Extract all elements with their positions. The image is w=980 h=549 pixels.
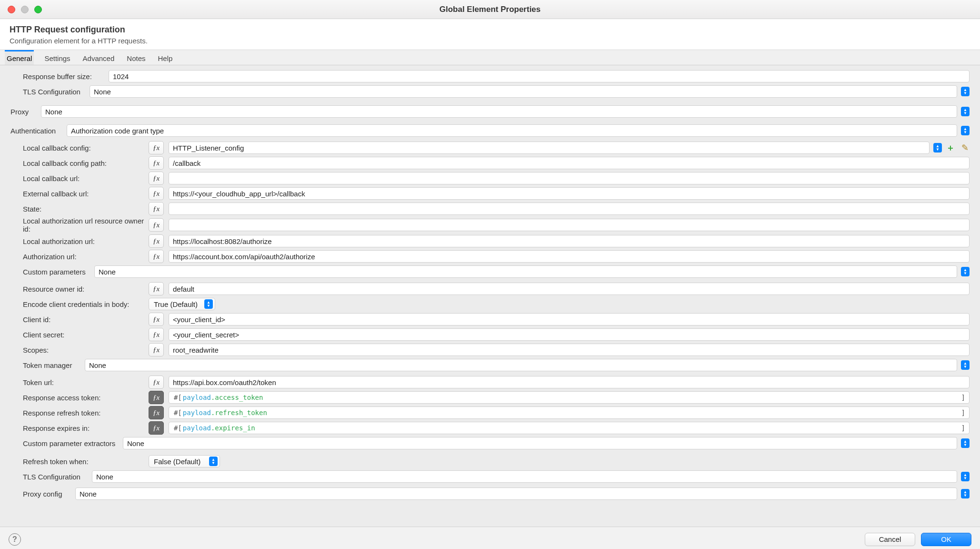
fx-button-active[interactable]: ƒx [149, 406, 164, 419]
input-local-authorization-url[interactable]: https://localhost:8082/authorize [169, 235, 970, 247]
label-tls-configuration: TLS Configuration [23, 88, 90, 96]
minimize-window-button[interactable] [21, 6, 29, 13]
input-proxy[interactable]: None [41, 105, 957, 118]
input-tls-configuration[interactable]: None [90, 85, 957, 98]
select-refresh-token-when[interactable]: False (Default) [149, 455, 220, 468]
fx-button[interactable]: ƒx [149, 328, 164, 341]
dropdown-toggle-tls-2[interactable] [961, 472, 970, 481]
row-client-secret: Client secret: ƒx <your_client_secret> [10, 327, 970, 342]
close-window-button[interactable] [8, 6, 15, 13]
window-controls [8, 6, 42, 13]
input-response-buffer-size[interactable]: 1024 [109, 70, 970, 82]
dropdown-toggle-tls[interactable] [961, 87, 970, 96]
label-client-id: Client id: [23, 315, 149, 324]
fx-button[interactable]: ƒx [149, 218, 164, 232]
label-refresh-token-when: Refresh token when: [23, 458, 149, 466]
ok-button[interactable]: OK [921, 533, 971, 546]
label-token-manager: Token manager [23, 361, 85, 369]
dropdown-toggle-token-manager[interactable] [961, 360, 970, 370]
label-external-callback-url: External callback url: [23, 190, 149, 198]
input-authorization-url[interactable]: https://account.box.com/api/oauth2/autho… [169, 250, 970, 263]
label-response-refresh-token: Response refresh token: [23, 409, 149, 417]
fx-button[interactable]: ƒx [149, 250, 164, 263]
input-client-id[interactable]: <your_client_id> [169, 313, 970, 325]
row-tls-configuration-2: TLS Configuration None [10, 469, 970, 484]
label-tls-configuration-2: TLS Configuration [23, 473, 92, 481]
label-response-access-token: Response access token: [23, 394, 149, 402]
fx-button-active[interactable]: ƒx [149, 391, 164, 404]
label-encode-client-credentials: Encode client credentials in body: [23, 300, 149, 308]
input-response-expires-in[interactable]: #[ payload.expires_in ] [169, 422, 970, 434]
input-scopes[interactable]: root_readwrite [169, 344, 970, 356]
row-proxy-config: Proxy config None [10, 487, 970, 501]
tab-notes[interactable]: Notes [125, 50, 147, 65]
dropdown-toggle-proxy-config[interactable] [961, 489, 970, 498]
label-local-auth-url-resource-owner-id: Local authorization url resource owner i… [23, 217, 149, 233]
input-client-secret[interactable]: <your_client_secret> [169, 328, 970, 341]
label-token-url: Token url: [23, 378, 149, 386]
input-resource-owner-id[interactable]: default [169, 283, 970, 295]
input-tls-configuration-2[interactable]: None [92, 470, 957, 483]
edit-icon[interactable]: ✎ [960, 143, 970, 152]
label-local-authorization-url: Local authorization url: [23, 237, 149, 245]
form-content: Response buffer size: 1024 TLS Configura… [0, 65, 980, 527]
row-local-auth-url-resource-owner-id: Local authorization url resource owner i… [10, 217, 970, 233]
label-local-callback-config: Local callback config: [23, 144, 149, 152]
tab-settings[interactable]: Settings [42, 50, 72, 65]
input-token-manager[interactable]: None [85, 359, 957, 371]
fx-button[interactable]: ƒx [149, 187, 164, 200]
label-authorization-url: Authorization url: [23, 253, 149, 261]
zoom-window-button[interactable] [34, 6, 42, 13]
fx-button[interactable]: ƒx [149, 282, 164, 295]
dropdown-toggle-proxy[interactable] [961, 107, 970, 116]
add-icon[interactable]: ＋ [946, 143, 955, 152]
dropdown-toggle-custom-parameter-extractors[interactable] [961, 438, 970, 448]
row-external-callback-url: External callback url: ƒx https://<your_… [10, 186, 970, 201]
label-scopes: Scopes: [23, 346, 149, 354]
label-custom-parameters: Custom parameters [23, 268, 94, 276]
help-icon[interactable]: ? [9, 533, 21, 546]
fx-button[interactable]: ƒx [149, 234, 164, 248]
input-external-callback-url[interactable]: https://<your_cloudhub_app_url>/callback [169, 187, 970, 200]
input-local-callback-config[interactable]: HTTP_Listener_config [169, 142, 930, 154]
fx-button[interactable]: ƒx [149, 202, 164, 215]
fx-button[interactable]: ƒx [149, 313, 164, 326]
input-local-callback-url[interactable] [169, 172, 970, 184]
input-authentication[interactable]: Authorization code grant type [67, 124, 957, 137]
tab-advanced[interactable]: Advanced [81, 50, 117, 65]
input-local-callback-config-path[interactable]: /callback [169, 157, 970, 169]
fx-button-active[interactable]: ƒx [149, 421, 164, 435]
row-custom-parameter-extractors: Custom parameter extractors None [10, 436, 970, 450]
row-proxy: Proxy None [10, 104, 970, 119]
row-local-callback-config-path: Local callback config path: ƒx /callback [10, 156, 970, 170]
dropdown-toggle-authentication[interactable] [961, 126, 970, 135]
fx-button[interactable]: ƒx [149, 343, 164, 356]
row-refresh-token-when: Refresh token when: False (Default) [10, 454, 970, 468]
input-response-access-token[interactable]: #[ payload.access_token ] [169, 391, 970, 404]
dropdown-toggle-custom-parameters[interactable] [961, 267, 970, 276]
select-encode-client-credentials[interactable]: True (Default) [149, 298, 215, 310]
input-state[interactable] [169, 203, 970, 215]
fx-button[interactable]: ƒx [149, 172, 164, 185]
row-response-access-token: Response access token: ƒx #[ payload.acc… [10, 390, 970, 405]
input-local-auth-url-resource-owner-id[interactable] [169, 219, 970, 231]
row-local-callback-url: Local callback url: ƒx [10, 171, 970, 185]
input-response-refresh-token[interactable]: #[ payload.refresh_token ] [169, 407, 970, 419]
input-proxy-config[interactable]: None [75, 488, 957, 500]
dropdown-toggle-local-callback-config[interactable] [933, 143, 942, 152]
fx-button[interactable]: ƒx [149, 376, 164, 389]
tab-general[interactable]: General [5, 50, 34, 65]
label-client-secret: Client secret: [23, 331, 149, 339]
fx-button[interactable]: ƒx [149, 141, 164, 154]
tab-help[interactable]: Help [156, 50, 174, 65]
row-custom-parameters: Custom parameters None [10, 264, 970, 279]
row-encode-client-credentials: Encode client credentials in body: True … [10, 297, 970, 311]
fx-button[interactable]: ƒx [149, 156, 164, 170]
input-custom-parameters[interactable]: None [94, 265, 957, 278]
row-authentication: Authentication Authorization code grant … [10, 123, 970, 138]
row-authorization-url: Authorization url: ƒx https://account.bo… [10, 249, 970, 264]
input-token-url[interactable]: https://api.box.com/oauth2/token [169, 376, 970, 388]
cancel-button[interactable]: Cancel [865, 533, 915, 546]
label-response-buffer-size: Response buffer size: [23, 72, 109, 81]
input-custom-parameter-extractors[interactable]: None [123, 437, 957, 449]
